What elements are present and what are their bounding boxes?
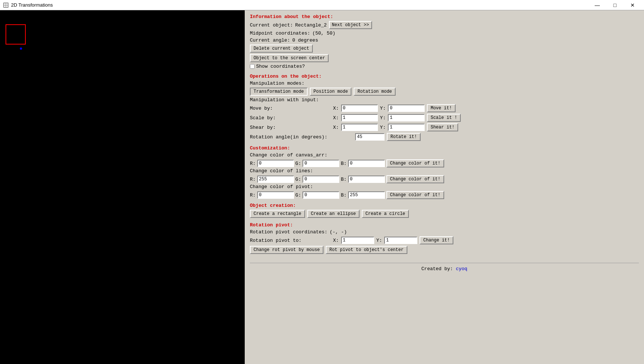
pivot-color-label-row: Change color of pivot: [250,184,639,190]
change-rot-pivot-mouse-button[interactable]: Change rot pivot by mouse [250,246,323,254]
canvas-r-input[interactable] [257,160,294,167]
rotation-angle-input[interactable] [355,133,385,141]
transformation-mode-button[interactable]: Transformation mode [250,88,308,96]
rotation-pivot-title: Rotation pivot: [250,222,639,228]
pivot-r-label: R: [250,192,256,198]
move-by-row: Move by: X: Y: Move it! [250,104,639,112]
pivot-to-row: Rotation pivot to: X: Y: Change it! [250,236,639,244]
maximize-button[interactable]: □ [606,0,623,10]
object-creation-title: Object creation: [250,203,639,208]
shear-by-label: Shear by: [250,125,331,130]
show-coords-label[interactable]: Show coordinates? [250,64,305,69]
pivot-color-row: R: G: B: Change color of it! [250,191,639,199]
rotation-angle-label: Rotation angle(in degrees): [250,134,353,140]
canvas-g-label: G: [296,161,301,166]
scale-button[interactable]: Scale it ! [427,114,461,122]
shear-button[interactable]: Shear it! [427,123,458,131]
pivot-mouse-row: Change rot pivot by mouse Rot pivot to o… [250,246,639,254]
info-section-title: Information about the object: [250,14,639,20]
lines-g-input[interactable] [302,176,339,183]
position-mode-button[interactable]: Position mode [310,88,352,96]
rot-pivot-center-button[interactable]: Rot pivot to object's center [326,246,407,254]
midpoint-row: Midpoint coordinates: (50, 50) [250,31,639,36]
move-x-label: X: [333,106,339,111]
show-coords-text: Show coordinates? [256,64,305,69]
app-title: 2D Transformations [11,2,53,8]
angle-row: Current angle: 0 degrees [250,38,639,43]
pivot-change-button[interactable]: Change it! [420,236,453,244]
pivot-b-input[interactable] [348,191,385,199]
pivot-r-input[interactable] [257,191,294,199]
lines-r-label: R: [250,177,256,182]
move-button[interactable]: Move it! [427,104,456,112]
canvas-b-label: B: [341,161,347,166]
shear-by-row: Shear by: X: Y: Shear it! [250,123,639,131]
right-panel: Information about the object: Current ob… [245,10,644,364]
rotation-angle-row: Rotation angle(in degrees): Rotate it! [250,133,639,141]
canvas-g-input[interactable] [302,160,339,167]
scale-by-label: Scale by: [250,115,331,121]
rotation-mode-button[interactable]: Rotation mode [354,88,396,96]
minimize-button[interactable]: — [589,0,606,10]
delete-button[interactable]: Delete current object [250,45,313,53]
create-ellipse-button[interactable]: Create an ellipse [307,210,360,218]
pivot-g-input[interactable] [302,191,339,199]
move-by-label: Move by: [250,106,331,111]
shear-x-input[interactable] [341,124,378,131]
pivot-coords-row: Rotation pivot coordinates: (-, -) [250,229,639,235]
center-row: Object to the screen center [250,54,639,62]
pivot-color-label: Change color of pivot: [250,184,313,190]
shear-x-label: X: [333,125,339,130]
shear-y-input[interactable] [388,124,425,131]
current-object-value: Rectangle_2 [295,22,327,28]
canvas-rectangle [6,24,26,45]
canvas-r-label: R: [250,161,256,166]
pivot-coords-value: (-, -) [330,229,347,235]
lines-b-label: B: [341,177,347,182]
modes-row: Transformation mode Position mode Rotati… [250,88,639,96]
close-button[interactable]: ✕ [624,0,641,10]
current-object-label: Current object: [250,22,293,28]
create-rectangle-button[interactable]: Create a rectangle [250,210,305,218]
shear-y-label: Y: [380,125,386,130]
delete-row: Delete current object [250,45,639,53]
pivot-coords-label: Rotation pivot coordinates: [250,229,328,235]
lines-r-input[interactable] [257,176,294,183]
scale-x-label: X: [333,115,339,121]
lines-color-label-row: Change color of lines: [250,168,639,174]
pivot-x-input[interactable] [341,237,374,244]
canvas-color-button[interactable]: Change color of it! [386,159,444,167]
canvas-pivot-dot [20,47,22,50]
next-object-button[interactable]: Next object >> [329,21,372,29]
create-circle-button[interactable]: Create a circle [362,210,409,218]
move-y-input[interactable] [388,105,425,112]
scale-by-row: Scale by: X: Y: Scale it ! [250,114,639,122]
move-x-input[interactable] [341,105,378,112]
midpoint-label: Midpoint coordinates: [250,31,310,36]
manipulation-modes-label: Manipulation modes: [250,81,304,86]
scale-y-input[interactable] [388,114,425,121]
canvas-color-row: R: G: B: Change color of it! [250,159,639,167]
canvas-b-input[interactable] [348,160,385,167]
current-object-row: Current object: Rectangle_2 Next object … [250,21,639,29]
lines-color-row: R: G: B: Change color of it! [250,175,639,183]
pivot-b-label: B: [341,192,347,198]
pivot-color-button[interactable]: Change color of it! [386,191,444,199]
pivot-g-label: G: [296,192,301,198]
scale-x-input[interactable] [341,114,378,121]
title-bar-left: 2D Transformations [3,2,53,8]
lines-color-button[interactable]: Change color of it! [386,175,444,183]
show-coords-checkbox[interactable] [250,64,255,69]
pivot-y-label: Y: [376,238,382,243]
rotate-button[interactable]: Rotate it! [387,133,421,141]
manip-input-label: Manipulation with input: [250,97,319,103]
canvas-area [0,10,245,364]
angle-label: Current angle: [250,38,290,43]
lines-b-input[interactable] [348,176,385,183]
center-button[interactable]: Object to the screen center [250,54,329,62]
pivot-y-input[interactable] [384,237,417,244]
app-icon [3,2,9,8]
canvas-color-label: Change color of canvas_arr: [250,152,328,158]
author-link[interactable]: cyoq [456,266,467,272]
move-y-label: Y: [380,106,386,111]
